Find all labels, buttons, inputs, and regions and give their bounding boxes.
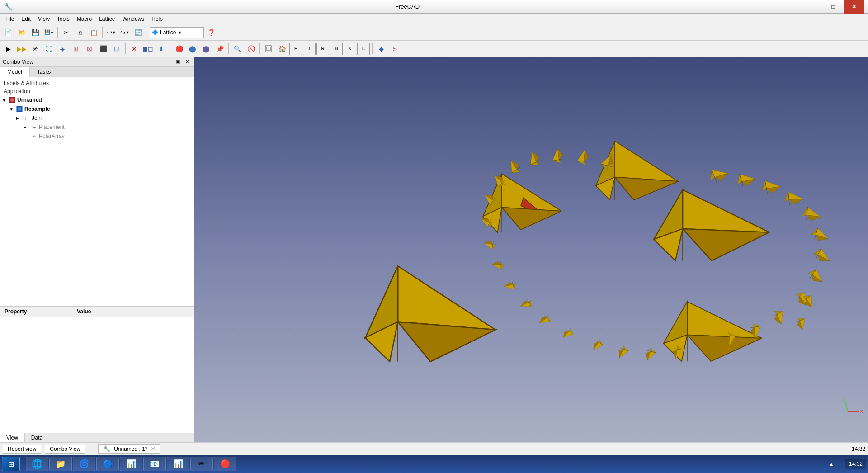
menu-tools[interactable]: Tools [53, 14, 73, 24]
join-label: Join [32, 115, 42, 121]
combo-view-header: Combo View ▣ ✕ [0, 57, 194, 67]
new-button[interactable]: 📄 [2, 26, 14, 39]
tool-14[interactable]: ⬤ [186, 43, 199, 55]
tree-item-polararray[interactable]: ✳ PolarArray [2, 132, 192, 141]
left-panel: Combo View ▣ ✕ Model Tasks Labels & Attr… [0, 57, 194, 442]
viewport-3d[interactable]: x z [194, 57, 868, 442]
tree-item-placement[interactable]: ▶ ⊢ Placement [2, 123, 192, 132]
svg-rect-9 [18, 107, 21, 111]
menu-macro[interactable]: Macro [73, 14, 95, 24]
tool-12[interactable]: ⬇ [155, 43, 168, 55]
tool-9[interactable]: ⊟ [110, 43, 123, 55]
tab-tasks[interactable]: Tasks [30, 67, 59, 77]
property-panel: Property Value [0, 306, 194, 433]
paste-button[interactable]: 📋 [87, 26, 100, 39]
placement-label: Placement [39, 124, 65, 130]
tool-1[interactable]: ▶ [2, 43, 14, 55]
taskbar-app5[interactable]: 📊 [120, 457, 142, 471]
tool-5[interactable]: ◈ [56, 43, 69, 55]
left-view[interactable]: L [357, 43, 370, 55]
workbench-label: Lattice [160, 29, 176, 36]
menu-edit[interactable]: Edit [18, 14, 34, 24]
combo-view-label: Combo View [3, 59, 33, 65]
open-button[interactable]: 📂 [15, 26, 28, 39]
tree-item-join[interactable]: ▶ ⊢ Join [2, 114, 192, 123]
redo-button[interactable]: ↪▼ [118, 26, 131, 39]
stop-view[interactable]: 🚫 [245, 43, 257, 55]
unnamed-tab[interactable]: 🔧 Unnamed : 1* ✕ [98, 444, 160, 454]
tab-view[interactable]: View [0, 433, 25, 442]
restore-button[interactable]: □ [823, 0, 844, 14]
tab-data[interactable]: Data [25, 433, 49, 442]
svg-text:z: z [843, 397, 846, 402]
copy-button[interactable]: ⎘ [74, 26, 86, 39]
property-header: Property Value [0, 307, 194, 317]
perspective-view[interactable] [262, 43, 275, 55]
taskbar-ie[interactable]: 🌐 [26, 457, 48, 471]
cut-button[interactable]: ✂ [60, 26, 73, 39]
tool-7[interactable]: ⊠ [83, 43, 96, 55]
report-view-tab[interactable]: Report view [3, 445, 41, 454]
float-button[interactable]: ▣ [174, 58, 182, 65]
property-content [0, 317, 194, 432]
taskbar-app4[interactable]: 🔵 [96, 457, 119, 471]
save-button[interactable]: 💾 [29, 26, 42, 39]
taskbar-app8[interactable]: ✏ [190, 457, 213, 471]
back-view[interactable]: K [344, 43, 356, 55]
tree-item-unnamed[interactable]: ▼ Unnamed [2, 95, 192, 104]
tool-2[interactable]: ▶▶ [15, 43, 28, 55]
start-button[interactable]: ⊞ [2, 457, 20, 471]
part-tool[interactable]: ◆ [375, 43, 387, 55]
menu-help[interactable]: Help [148, 14, 166, 24]
minimize-button[interactable]: ─ [802, 0, 823, 14]
tree-section-application: Application [2, 87, 192, 95]
menu-file[interactable]: File [2, 14, 18, 24]
tree-item-resample[interactable]: ▼ Resample [2, 104, 192, 114]
tool-16[interactable]: 📌 [213, 43, 226, 55]
top-view[interactable]: T [303, 43, 316, 55]
svg-rect-1 [267, 47, 270, 51]
save-as-button[interactable]: 💾+ [42, 26, 55, 39]
menu-lattice[interactable]: Lattice [95, 14, 118, 24]
viewport-tab-area: 🔧 Unnamed : 1* ✕ [89, 444, 848, 454]
tool-11[interactable]: ◼◻ [142, 43, 154, 55]
zoom-fit-all[interactable]: 🔍 [231, 43, 244, 55]
menu-windows[interactable]: Windows [119, 14, 148, 24]
tab-close[interactable]: ✕ [151, 446, 155, 452]
tool-4[interactable]: ⛶ [42, 43, 55, 55]
combo-header-buttons: ▣ ✕ [174, 58, 191, 65]
taskbar-app6[interactable]: 📧 [143, 457, 166, 471]
combo-view-tab[interactable]: Combo View [45, 445, 85, 454]
close-button[interactable]: ✕ [844, 0, 864, 14]
close-panel-button[interactable]: ✕ [184, 58, 191, 65]
undo-button[interactable]: ↩▼ [105, 26, 118, 39]
right-view[interactable]: R [316, 43, 329, 55]
tool-8[interactable]: ⬛ [97, 43, 109, 55]
tab-model[interactable]: Model [0, 67, 30, 77]
toolbar-lattice: ▶ ▶▶ ✳ ⛶ ◈ ⊞ ⊠ ⬛ ⊟ ✕ ◼◻ ⬇ 🔴 ⬤ ⬤ 📌 🔍 🚫 🏠 … [0, 41, 868, 57]
tool-15[interactable]: ⬤ [200, 43, 212, 55]
front-view[interactable]: F [289, 43, 302, 55]
menubar: File Edit View Tools Macro Lattice Windo… [0, 14, 868, 24]
taskbar-app3[interactable]: 🌀 [73, 457, 95, 471]
menu-view[interactable]: View [34, 14, 53, 24]
sep6 [228, 43, 229, 54]
help-button[interactable]: ❓ [205, 26, 217, 39]
polar-label: PolarArray [39, 133, 65, 139]
tool-6[interactable]: ⊞ [70, 43, 82, 55]
tool-3[interactable]: ✳ [29, 43, 42, 55]
sketch-tool[interactable]: S [388, 43, 401, 55]
tool-13[interactable]: 🔴 [173, 43, 185, 55]
home-view[interactable]: 🏠 [276, 43, 288, 55]
bottom-view-btn[interactable]: B [330, 43, 343, 55]
main-area: Combo View ▣ ✕ Model Tasks Labels & Attr… [0, 57, 868, 442]
delete-button[interactable]: ✕ [128, 43, 141, 55]
tree-section-labels: Labels & Attributes [2, 79, 192, 87]
taskbar-app9[interactable]: 🔴 [214, 457, 236, 471]
workbench-dropdown[interactable]: 🔷 Lattice ▼ [150, 27, 204, 38]
resample-label: Resample [24, 106, 50, 112]
refresh-button[interactable]: 🔄 [132, 26, 145, 39]
taskbar-app7[interactable]: 📊 [167, 457, 189, 471]
svg-rect-7 [10, 98, 14, 102]
taskbar-folder[interactable]: 📁 [49, 457, 72, 471]
